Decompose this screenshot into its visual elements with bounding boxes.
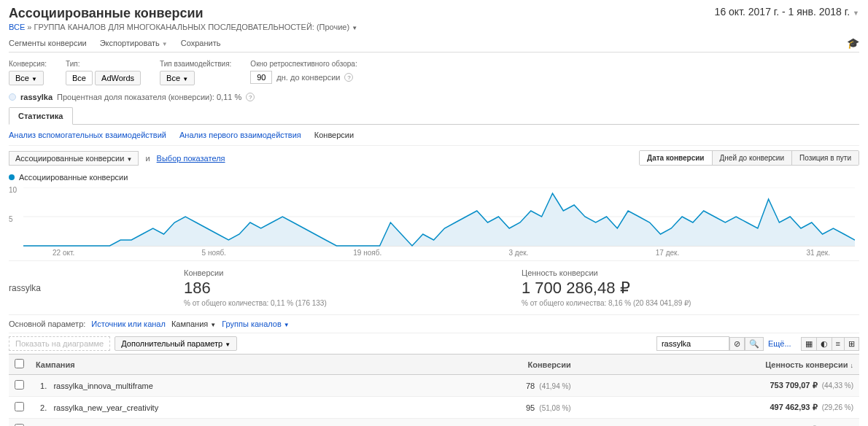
- dim-channel-groups-link[interactable]: Группы каналов ▼: [222, 320, 290, 328]
- page-title: Ассоциированные конверсии: [9, 6, 357, 21]
- col-conversions[interactable]: Конверсии: [416, 355, 577, 375]
- lookback-input[interactable]: [250, 71, 272, 84]
- row-campaign[interactable]: 1. rassylka_innova_multiframe: [30, 375, 416, 397]
- chart-tab-position[interactable]: Позиция в пути: [791, 151, 859, 165]
- row-checkbox[interactable]: [15, 402, 24, 411]
- view-percentage-icon[interactable]: ◐: [816, 337, 832, 351]
- lookback-label: Окно ретроспективного обзора:: [250, 60, 357, 68]
- search-icon[interactable]: 🔍: [745, 337, 764, 351]
- conversion-segments-link[interactable]: Сегменты конверсии: [9, 39, 87, 47]
- row-conversions: 78 (41,94 %): [416, 375, 577, 397]
- conversions-pct: % от общего количества: 0,11 % (176 133): [184, 299, 522, 307]
- education-icon[interactable]: 🎓: [847, 37, 859, 49]
- row-campaign[interactable]: 2. rassylka_new_year_creativity: [30, 397, 416, 419]
- dim-source-link[interactable]: Источник или канал: [91, 320, 166, 328]
- type-all-button[interactable]: Все: [66, 71, 93, 85]
- chevron-down-icon: ▼: [853, 9, 859, 17]
- conversion-value-value: 1 700 286,48 ₽: [522, 279, 859, 298]
- view-comparison-icon[interactable]: ⊞: [844, 337, 859, 351]
- table-row: 3. rassylka_innova_easy_sale25 12 (6,45 …: [9, 419, 859, 427]
- segment-dot-icon: [9, 93, 16, 101]
- table-row: 2. rassylka_new_year_creativity 95 (51,0…: [9, 397, 859, 419]
- row-value: 344 662,98 ₽ (20,27 %): [577, 419, 859, 427]
- advanced-search-link[interactable]: Ещё...: [768, 339, 791, 348]
- conversions-title: Конверсии: [184, 268, 522, 277]
- vs-metric-link[interactable]: Выбор показателя: [157, 154, 225, 163]
- sort-down-icon: ↓: [850, 362, 854, 369]
- interaction-select[interactable]: Все ▼: [160, 71, 195, 85]
- select-all-checkbox[interactable]: [15, 359, 24, 368]
- row-checkbox[interactable]: [15, 380, 24, 390]
- and-text: и: [145, 154, 150, 163]
- chart-tab-days[interactable]: Дней до конверсии: [712, 151, 791, 165]
- breadcrumb: ВСЕ » ГРУППА КАНАЛОВ ДЛЯ МНОГОКАНАЛЬНЫХ …: [9, 23, 357, 31]
- type-label: Тип:: [66, 60, 141, 68]
- help-icon[interactable]: ?: [246, 93, 255, 101]
- x-tick: 19 нояб.: [353, 249, 381, 257]
- segment-description: Процентная доля показателя (конверсии): …: [57, 93, 241, 101]
- search-input[interactable]: [656, 336, 729, 351]
- help-icon[interactable]: ?: [344, 73, 353, 82]
- tab-statistics[interactable]: Статистика: [9, 107, 73, 125]
- helper-analysis-link[interactable]: Анализ вспомогательных взаимодействий: [9, 131, 166, 139]
- type-adwords-button[interactable]: AdWords: [95, 71, 141, 85]
- save-link[interactable]: Сохранить: [181, 39, 221, 47]
- row-value: 497 462,93 ₽ (29,26 %): [577, 397, 859, 419]
- plot-rows-button: Показать на диаграмме: [9, 336, 110, 351]
- row-value: 753 709,07 ₽ (44,33 %): [577, 375, 859, 397]
- lookback-suffix: дн. до конверсии: [276, 73, 340, 82]
- chevron-down-icon: ▼: [162, 41, 168, 47]
- legend-label: Ассоциированные конверсии: [19, 173, 128, 182]
- x-tick: 17 дек.: [656, 249, 679, 257]
- row-conversions: 12 (6,45 %): [416, 419, 577, 427]
- summary-group-label: rassylka: [9, 268, 184, 307]
- row-conversions: 95 (51,08 %): [416, 397, 577, 419]
- conversions-value: 186: [184, 279, 522, 298]
- x-tick: 31 дек.: [807, 249, 830, 257]
- first-interaction-link[interactable]: Анализ первого взаимодействия: [179, 131, 301, 139]
- dim-campaign-link[interactable]: Кампания ▼: [171, 320, 216, 328]
- conversion-label: Конверсия:: [9, 60, 47, 68]
- conversion-value-title: Ценность конверсии: [522, 268, 859, 277]
- x-tick: 3 дек.: [509, 249, 529, 257]
- conversion-select[interactable]: Все ▼: [9, 71, 44, 85]
- breadcrumb-path: ГРУППА КАНАЛОВ ДЛЯ МНОГОКАНАЛЬНЫХ ПОСЛЕД…: [34, 23, 350, 31]
- clear-search-icon[interactable]: ⊘: [729, 337, 745, 351]
- y-tick-10: 10: [9, 186, 17, 194]
- col-campaign[interactable]: Кампания: [30, 355, 416, 375]
- view-performance-icon[interactable]: ≡: [832, 337, 845, 351]
- view-table-icon[interactable]: ▦: [801, 337, 817, 351]
- x-tick: 5 нояб.: [202, 249, 226, 257]
- export-menu[interactable]: Экспортировать ▼: [100, 39, 168, 47]
- legend-dot-icon: [9, 174, 15, 180]
- col-value[interactable]: Ценность конверсии ↓: [577, 355, 859, 375]
- date-range-picker[interactable]: 16 окт. 2017 г. - 1 янв. 2018 г.▼: [715, 6, 859, 18]
- segment-name[interactable]: rassylka: [20, 93, 53, 101]
- conversions-link[interactable]: Конверсии: [314, 131, 354, 139]
- y-tick-5: 5: [9, 215, 13, 223]
- breadcrumb-caret-icon[interactable]: ▼: [352, 25, 357, 31]
- chart-tab-date[interactable]: Дата конверсии: [640, 151, 712, 165]
- interaction-label: Тип взаимодействия:: [160, 60, 231, 68]
- table-row: 1. rassylka_innova_multiframe 78 (41,94 …: [9, 375, 859, 397]
- row-campaign[interactable]: 3. rassylka_innova_easy_sale25: [30, 419, 416, 427]
- metric-select[interactable]: Ассоциированные конверсии ▼: [9, 151, 139, 166]
- data-table: Кампания Конверсии Ценность конверсии ↓ …: [9, 355, 859, 426]
- breadcrumb-all[interactable]: ВСЕ: [9, 23, 25, 31]
- conversion-value-pct: % от общего количества: 8,16 % (20 834 0…: [522, 299, 859, 307]
- chart-svg: [23, 187, 855, 247]
- secondary-dimension-select[interactable]: Дополнительный параметр ▼: [115, 336, 237, 351]
- x-tick: 22 окт.: [53, 249, 74, 257]
- chart: 10 5 22 окт. 5 нояб. 19 нояб. 3 дек. 17 …: [9, 187, 859, 260]
- primary-dimension-label: Основной параметр:: [9, 320, 85, 328]
